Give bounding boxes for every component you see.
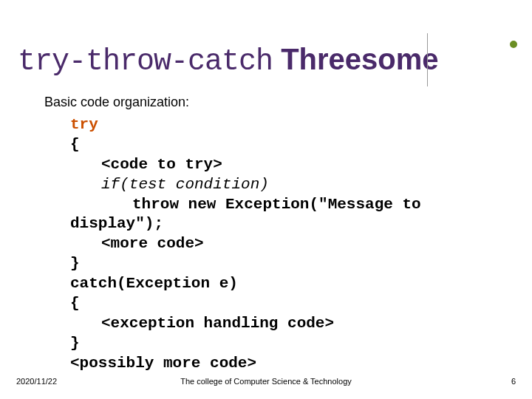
title-divider [427, 33, 428, 86]
code-line: } [70, 334, 421, 354]
code-listing: try { <code to try> if(test condition) t… [70, 115, 421, 373]
code-line: <code to try> [70, 155, 421, 175]
footer-page-number: 6 [511, 377, 516, 386]
footer-institution: The college of Computer Science & Techno… [0, 377, 532, 386]
code-line: { [70, 294, 421, 314]
code-line: catch(Exception e) [70, 274, 421, 294]
code-line: display"); [70, 214, 421, 234]
code-line: { [70, 135, 421, 155]
code-line: try [70, 115, 421, 135]
title-sans-part: Threesome [273, 43, 439, 75]
code-line: } [70, 254, 421, 274]
decorative-bullet [510, 41, 517, 48]
subheading: Basic code organization: [44, 95, 189, 110]
code-line: throw new Exception("Message to [70, 195, 421, 215]
code-line: <exception handling code> [70, 314, 421, 334]
title-mono-part: try-throw-catch [18, 45, 273, 78]
slide-title: try-throw-catch Threesome [18, 43, 439, 78]
code-line: if(test condition) [70, 175, 421, 195]
code-line: <more code> [70, 234, 421, 254]
code-line: <possibly more code> [70, 354, 421, 374]
